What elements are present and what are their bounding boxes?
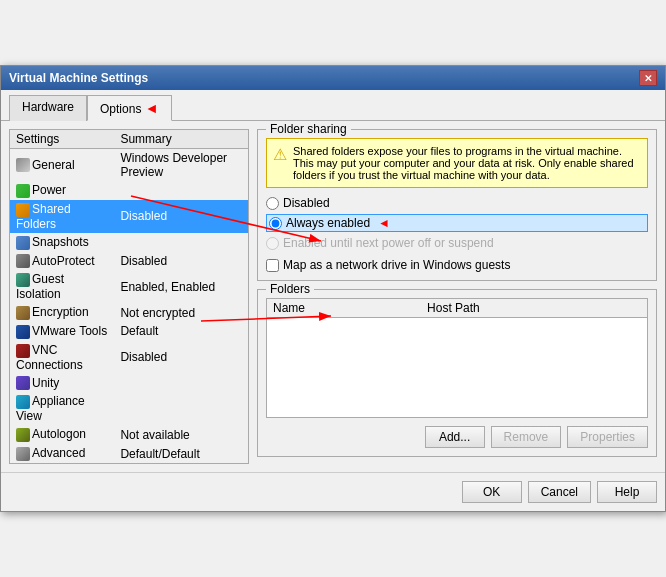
summary-guest-isolation: Enabled, Enabled: [114, 270, 248, 303]
main-content: Settings Summary GeneralWindows Develope…: [1, 121, 665, 472]
right-panel: Folder sharing ⚠ Shared folders expose y…: [257, 129, 657, 464]
map-network-label: Map as a network drive in Windows guests: [283, 258, 510, 272]
summary-general: Windows Developer Preview: [114, 149, 248, 182]
summary-shared-folders: Disabled: [114, 200, 248, 233]
settings-row-advanced[interactable]: AdvancedDefault/Default: [10, 444, 249, 463]
settings-row-autoprotect[interactable]: AutoProtectDisabled: [10, 252, 249, 271]
properties-button[interactable]: Properties: [567, 426, 648, 448]
radio-enabled-until: Enabled until next power off or suspend: [266, 236, 648, 250]
icon-autologon: [16, 428, 30, 442]
settings-row-snapshots[interactable]: Snapshots: [10, 233, 249, 252]
icon-guest-isolation: [16, 273, 30, 287]
settings-row-appliance-view[interactable]: Appliance View: [10, 392, 249, 425]
add-button[interactable]: Add...: [425, 426, 485, 448]
radio-disabled-label: Disabled: [283, 196, 330, 210]
window-title: Virtual Machine Settings: [9, 71, 148, 85]
label-unity: Unity: [32, 376, 59, 390]
folder-sharing-label: Folder sharing: [266, 122, 351, 136]
radio-disabled-input[interactable]: [266, 197, 279, 210]
icon-shared-folders: [16, 203, 30, 217]
settings-row-guest-isolation[interactable]: Guest IsolationEnabled, Enabled: [10, 270, 249, 303]
label-general: General: [32, 158, 75, 172]
map-network-drive[interactable]: Map as a network drive in Windows guests: [266, 258, 648, 272]
warning-box: ⚠ Shared folders expose your files to pr…: [266, 138, 648, 188]
settings-header: Settings Summary: [10, 130, 249, 149]
radio-enabled-until-label: Enabled until next power off or suspend: [283, 236, 494, 250]
title-bar: Virtual Machine Settings ✕: [1, 66, 665, 90]
settings-row-vnc-connections[interactable]: VNC ConnectionsDisabled: [10, 341, 249, 374]
label-autologon: Autologon: [32, 427, 86, 441]
summary-appliance-view: [114, 392, 248, 425]
settings-row-power[interactable]: Power: [10, 181, 249, 200]
icon-snapshots: [16, 236, 30, 250]
settings-row-unity[interactable]: Unity: [10, 374, 249, 393]
folders-group: Folders Name Host Path Add... Remove: [257, 289, 657, 457]
virtual-machine-settings-window: Virtual Machine Settings ✕ Hardware Opti…: [0, 65, 666, 512]
folders-body: [267, 318, 648, 418]
radio-always-enabled-input[interactable]: [269, 217, 282, 230]
label-power: Power: [32, 183, 66, 197]
icon-vmware-tools: [16, 325, 30, 339]
col-name: Name: [267, 299, 422, 318]
warning-text: Shared folders expose your files to prog…: [293, 145, 641, 181]
folders-group-label: Folders: [266, 282, 314, 296]
settings-row-shared-folders[interactable]: Shared FoldersDisabled: [10, 200, 249, 233]
title-bar-controls: ✕: [639, 70, 657, 86]
icon-appliance-view: [16, 395, 30, 409]
icon-unity: [16, 376, 30, 390]
icon-power: [16, 184, 30, 198]
col-settings: Settings: [10, 130, 115, 149]
summary-vnc-connections: Disabled: [114, 341, 248, 374]
summary-advanced: Default/Default: [114, 444, 248, 463]
radio-always-enabled[interactable]: Always enabled ◄: [266, 214, 648, 232]
col-summary: Summary: [114, 130, 248, 149]
label-snapshots: Snapshots: [32, 235, 89, 249]
folders-button-row: Add... Remove Properties: [266, 426, 648, 448]
radio-enabled-until-input: [266, 237, 279, 250]
cancel-button[interactable]: Cancel: [528, 481, 591, 503]
close-button[interactable]: ✕: [639, 70, 657, 86]
summary-vmware-tools: Default: [114, 322, 248, 341]
settings-row-vmware-tools[interactable]: VMware ToolsDefault: [10, 322, 249, 341]
warning-icon: ⚠: [273, 145, 287, 181]
icon-advanced: [16, 447, 30, 461]
folder-sharing-group: Folder sharing ⚠ Shared folders expose y…: [257, 129, 657, 281]
summary-autologon: Not available: [114, 425, 248, 444]
summary-unity: [114, 374, 248, 393]
help-button[interactable]: Help: [597, 481, 657, 503]
summary-snapshots: [114, 233, 248, 252]
settings-row-autologon[interactable]: AutologonNot available: [10, 425, 249, 444]
ok-button[interactable]: OK: [462, 481, 522, 503]
col-host-path: Host Path: [421, 299, 647, 318]
tab-arrow: ◄: [145, 100, 159, 116]
settings-row-general[interactable]: GeneralWindows Developer Preview: [10, 149, 249, 182]
summary-encryption: Not encrypted: [114, 303, 248, 322]
radio-always-enabled-label: Always enabled: [286, 216, 370, 230]
settings-row-encryption[interactable]: EncryptionNot encrypted: [10, 303, 249, 322]
folders-header: Name Host Path: [267, 299, 648, 318]
tab-hardware[interactable]: Hardware: [9, 95, 87, 121]
radio-arrow: ◄: [378, 216, 390, 230]
icon-general: [16, 158, 30, 172]
summary-power: [114, 181, 248, 200]
tab-bar: Hardware Options ◄: [1, 90, 665, 121]
summary-autoprotect: Disabled: [114, 252, 248, 271]
radio-disabled[interactable]: Disabled: [266, 196, 648, 210]
label-autoprotect: AutoProtect: [32, 254, 95, 268]
tab-options[interactable]: Options ◄: [87, 95, 172, 121]
footer: OK Cancel Help: [1, 472, 665, 511]
icon-vnc-connections: [16, 344, 30, 358]
settings-table: Settings Summary GeneralWindows Develope…: [9, 129, 249, 464]
remove-button[interactable]: Remove: [491, 426, 562, 448]
folders-table: Name Host Path: [266, 298, 648, 418]
label-advanced: Advanced: [32, 446, 85, 460]
icon-autoprotect: [16, 254, 30, 268]
map-network-checkbox[interactable]: [266, 259, 279, 272]
icon-encryption: [16, 306, 30, 320]
left-panel: Settings Summary GeneralWindows Develope…: [9, 129, 249, 464]
label-encryption: Encryption: [32, 305, 89, 319]
radio-group: Disabled Always enabled ◄ Enabled until …: [266, 196, 648, 250]
label-vmware-tools: VMware Tools: [32, 324, 107, 338]
